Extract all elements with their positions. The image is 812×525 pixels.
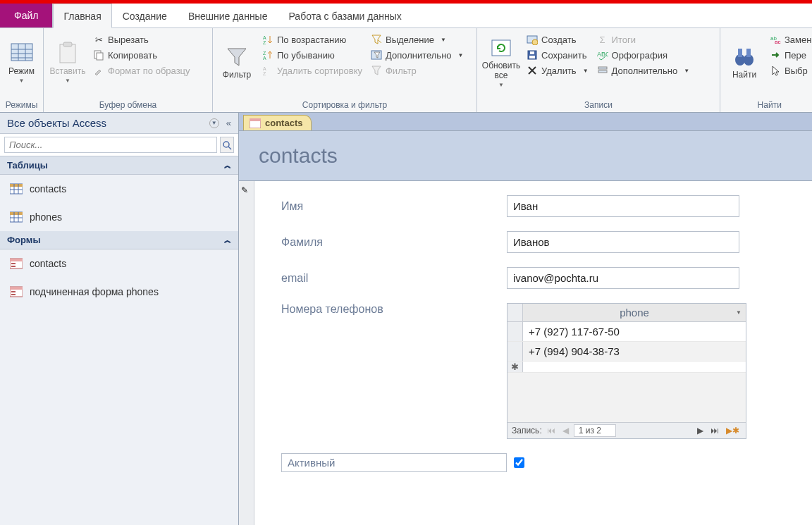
nav-position-box[interactable]: 1 из 2 (574, 424, 616, 437)
nav-section-forms[interactable]: Формы ︽ (0, 231, 238, 249)
tab-database-tools[interactable]: Работа с базами данных (278, 4, 412, 27)
tab-create[interactable]: Создание (112, 4, 178, 27)
spelling-button[interactable]: ABC Орфография (594, 48, 693, 62)
ribbon-group-records: Обновить все ▼ Создать Сохранить Удалить… (477, 28, 720, 112)
selection-icon (371, 34, 382, 45)
nav-item-table-phones[interactable]: phones (0, 203, 238, 231)
refresh-all-button[interactable]: Обновить все ▼ (481, 31, 521, 93)
table-icon (10, 183, 23, 194)
dropdown-arrow-icon: ▼ (458, 52, 464, 58)
nav-item-label: contacts (30, 258, 66, 269)
file-menu[interactable]: Файл (0, 4, 53, 27)
goto-arrow-icon (770, 49, 781, 61)
svg-rect-29 (746, 49, 751, 57)
form-icon (10, 258, 23, 269)
more-records-button[interactable]: Дополнительно ▼ (594, 63, 693, 78)
svg-text:A: A (263, 66, 266, 71)
collapse-section-icon: ︽ (224, 161, 231, 171)
replace-button[interactable]: abac Замен (767, 32, 812, 47)
find-button[interactable]: Найти (725, 31, 764, 93)
svg-rect-40 (10, 212, 23, 215)
collapse-navpane-icon[interactable]: « (226, 118, 231, 128)
svg-text:Z: Z (263, 71, 266, 76)
dropdown-arrow-icon: ▼ (684, 68, 689, 74)
field-input-name[interactable] (507, 195, 739, 217)
subform-record-navigator: Запись: ⏮ ◀ 1 из 2 ▶ ⏭ ▶✱ (508, 422, 746, 438)
svg-text:A: A (263, 35, 266, 40)
svg-rect-53 (250, 118, 261, 121)
column-header-phone[interactable]: phone ▼ (523, 304, 746, 321)
sort-ascending-button[interactable]: AZ По возрастанию (259, 32, 365, 47)
dropdown-arrow-icon: ▼ (498, 82, 504, 88)
view-mode-button[interactable]: Режим ▼ (4, 31, 39, 93)
dropdown-arrow-icon: ▼ (441, 37, 446, 43)
tab-home[interactable]: Главная (53, 4, 111, 28)
phone-cell-new[interactable] (523, 362, 746, 372)
select-button[interactable]: Выбр (767, 63, 812, 78)
svg-rect-28 (738, 49, 742, 57)
subform-new-row[interactable]: ✱ (508, 362, 746, 373)
svg-rect-9 (97, 53, 103, 60)
nav-item-label: contacts (30, 183, 66, 194)
field-input-surname[interactable] (507, 231, 739, 253)
document-area: contacts contacts ✎ Имя Фамиля email (239, 113, 812, 525)
copy-button[interactable]: Копировать (90, 48, 193, 62)
save-icon (527, 49, 538, 61)
subform-row[interactable]: +7 (994) 904-38-73 (508, 342, 746, 362)
delete-record-button[interactable]: Удалить ▼ (524, 63, 591, 78)
nav-item-form-phones-subform[interactable]: подчиненная форма phones (0, 278, 238, 306)
navpane-search-input[interactable] (4, 137, 217, 153)
search-icon[interactable] (220, 137, 234, 153)
row-selector[interactable] (508, 322, 523, 341)
advanced-filter-button[interactable]: Дополнительно ▼ (368, 48, 467, 62)
goto-button[interactable]: Пере (767, 48, 812, 62)
document-tab-contacts[interactable]: contacts (243, 115, 312, 130)
column-dropdown-icon[interactable]: ▼ (736, 309, 742, 316)
svg-rect-47 (11, 266, 16, 267)
record-selector[interactable]: ✎ (239, 181, 254, 525)
funnel-icon (225, 44, 249, 68)
group-label-clipboard: Буфер обмена (48, 99, 208, 112)
subform-corner-selector[interactable] (508, 304, 523, 321)
field-input-email[interactable] (507, 267, 739, 289)
svg-text:Z: Z (263, 51, 266, 56)
navigation-pane: Все объекты Access ▼ « Таблицы ︽ contact… (0, 113, 239, 525)
new-row-selector[interactable]: ✱ (508, 362, 523, 372)
nav-new-button[interactable]: ▶✱ (724, 426, 742, 436)
new-record-button[interactable]: Создать (524, 32, 591, 47)
svg-rect-25 (598, 70, 607, 73)
row-selector[interactable] (508, 342, 523, 361)
save-record-button[interactable]: Сохранить (524, 48, 591, 62)
subform-row[interactable]: +7 (927) 117-67-50 (508, 322, 746, 342)
phone-cell[interactable]: +7 (994) 904-38-73 (523, 342, 746, 361)
sort-descending-button[interactable]: ZA По убыванию (259, 48, 365, 62)
field-label-email: email (281, 272, 507, 285)
navpane-title[interactable]: Все объекты Access (7, 117, 106, 129)
sort-desc-icon: ZA (262, 49, 273, 61)
svg-text:A: A (263, 56, 266, 61)
tab-external-data[interactable]: Внешние данные (178, 4, 278, 27)
filter-button[interactable]: Фильтр (217, 31, 257, 93)
cut-button[interactable]: ✂ Вырезать (90, 32, 193, 47)
svg-line-33 (228, 147, 231, 149)
advanced-icon (371, 49, 382, 61)
nav-item-table-contacts[interactable]: contacts (0, 175, 238, 203)
datasheet-view-icon (10, 41, 34, 65)
svg-rect-51 (11, 294, 16, 295)
ribbon-group-modes: Режим ▼ Режимы (0, 28, 44, 112)
active-checkbox[interactable] (514, 457, 524, 468)
svg-rect-21 (529, 56, 535, 58)
selection-filter-button[interactable]: Выделение ▼ (368, 32, 467, 47)
phone-cell[interactable]: +7 (927) 117-67-50 (523, 322, 746, 341)
nav-next-button[interactable]: ▶ (695, 426, 706, 436)
nav-item-form-contacts[interactable]: contacts (0, 249, 238, 278)
replace-icon: abac (770, 34, 781, 45)
format-painter-button: Формат по образцу (90, 63, 193, 78)
nav-section-tables[interactable]: Таблицы ︽ (0, 156, 238, 175)
dropdown-arrow-icon: ▼ (19, 78, 25, 84)
group-label-sortfilter: Сортировка и фильтр (217, 99, 472, 112)
nav-last-button[interactable]: ⏭ (708, 426, 721, 436)
ribbon-group-sortfilter: Фильтр AZ По возрастанию ZA По убыванию … (213, 28, 477, 112)
svg-rect-35 (10, 184, 23, 187)
navpane-menu-dropdown-icon[interactable]: ▼ (209, 118, 219, 128)
